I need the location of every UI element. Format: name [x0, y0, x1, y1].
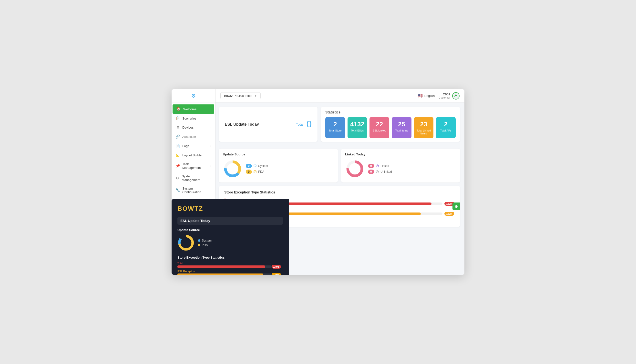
bar-esl-dark-label: ESL Exception [177, 270, 283, 273]
statistics-title: Statistics [325, 110, 456, 114]
sidebar-item-system-management[interactable]: ⚙ System Management › [172, 172, 215, 184]
pda-badge-value: 0 [246, 170, 252, 174]
sidebar-item-scenarios[interactable]: 📋 Scenarios › [172, 114, 215, 123]
user-role: Customer [439, 96, 450, 99]
stat-card-total-store: 2 Total Store [325, 117, 345, 138]
sidebar-gear-icon: ⚙ [191, 93, 196, 99]
stat-card-total-esls: 4132 Total ESLs [348, 117, 367, 138]
stat-card-esl-linked: 22 ESL Linked [369, 117, 389, 138]
stat-num-total-items: 25 [394, 120, 409, 128]
system-badge-value: 0 [246, 164, 252, 168]
welcome-icon: 🏠 [177, 107, 181, 111]
user-id: C001 [439, 92, 450, 96]
update-source-dark-label: Update Source [177, 228, 283, 232]
sidebar-item-layout-builder[interactable]: 📐 Layout Builder › [172, 150, 215, 160]
update-source-donut [223, 159, 242, 178]
pda-legend-text: PDA [258, 170, 264, 174]
store-name: Bowtz Paula's office [224, 94, 252, 98]
stat-label-esl-linked: ESL Linked [372, 129, 387, 132]
stat-label-total-esls: Total ESLs [350, 129, 365, 132]
devices-arrow: › [210, 126, 211, 129]
svg-point-13 [377, 166, 378, 166]
esl-today-label: ESL Update Today [225, 122, 296, 126]
sidebar-item-system-configuration[interactable]: 🔧 System Configuration › [172, 184, 215, 196]
bar-esl-dark: ESL Exception 1495 [177, 270, 283, 275]
sidebar-label-devices: Devices [182, 126, 194, 129]
update-source-title: Update Source [223, 152, 334, 156]
user-avatar[interactable] [452, 92, 459, 100]
sidebar-label-system-management: System Management [182, 174, 208, 182]
svg-text:P: P [254, 171, 256, 173]
stat-num-total-esls: 4132 [350, 120, 365, 128]
settings-fab[interactable]: ⚙ [452, 202, 460, 210]
esl-update-dark-label: ESL Update Today [177, 217, 283, 225]
sidebar-item-welcome[interactable]: 🏠 Welcome [173, 104, 214, 114]
unlinked-legend-text: Unlinked [380, 170, 392, 174]
stat-label-total-store: Total Store [328, 129, 343, 132]
user-info: C001 Customer [439, 92, 459, 100]
pda-badge-row: 0 P PDA [246, 170, 268, 174]
linked-today-title: Linked Today [345, 152, 456, 156]
sidebar-label-scenarios: Scenarios [182, 116, 197, 120]
stat-card-total-linked-items: 23 Total Linked Items [414, 117, 434, 138]
sidebar-label-layout-builder: Layout Builder [182, 154, 203, 157]
sidebar-label-welcome: Welcome [183, 107, 197, 111]
sidebar-item-associate[interactable]: 🔗 Associate [172, 132, 215, 141]
esl-today-total-label: Total [296, 122, 304, 126]
mid-row: Update Source 0 S [219, 148, 460, 182]
sidebar-item-devices[interactable]: 🖥 Devices › [172, 123, 215, 132]
system-management-icon: ⚙ [176, 176, 179, 180]
store-dropdown-icon: ▼ [254, 94, 257, 97]
unlinked-badge-value: 0 [368, 170, 374, 174]
logs-arrow: › [210, 144, 211, 147]
sidebar-item-task-management[interactable]: 📌 Task Management › [172, 160, 215, 172]
sidebar-label-logs: Logs [182, 144, 189, 148]
stat-num-total-store: 2 [328, 120, 343, 128]
donut-chart-dark [177, 234, 195, 251]
sidebar-label-task-management: Task Management [182, 162, 208, 170]
linked-today-donut [345, 159, 365, 178]
update-source-card: Update Source 0 S [219, 148, 338, 182]
esl-today-value: 0 [307, 119, 312, 130]
layout-builder-arrow: › [210, 154, 211, 157]
unlinked-legend-label: Unlinked [376, 170, 392, 174]
svg-text:S: S [254, 166, 256, 167]
bowtz-logo-dark: BOWTZ [177, 205, 283, 212]
linked-today-card: Linked Today 0 [341, 148, 460, 182]
logs-icon: 📄 [176, 144, 180, 148]
sidebar-item-logs[interactable]: 📄 Logs › [172, 141, 215, 150]
bar-esl-dark-value: 1495 [272, 273, 281, 275]
language-label: English [424, 94, 435, 98]
linked-today-donut-area: 0 Linked 0 [345, 159, 456, 178]
language-selector[interactable]: 🇺🇸 English [418, 94, 435, 98]
linked-badge-row: 0 Linked [368, 164, 392, 168]
flag-icon: 🇺🇸 [418, 94, 423, 98]
stat-label-total-aps: Total APs [438, 129, 453, 132]
stat-num-esl-linked: 22 [372, 120, 387, 128]
stat-card-total-items: 25 Total Items [392, 117, 411, 138]
system-badge-row: 0 S System [246, 164, 268, 168]
bar-total-dark-value: 1495 [272, 265, 281, 268]
sidebar-label-system-configuration: System Configuration [182, 187, 208, 194]
linked-badge-value: 0 [368, 164, 374, 168]
dark-overlay-panel: BOWTZ ESL Update Today Update Source Sys… [172, 199, 289, 275]
store-selector[interactable]: Bowtz Paula's office ▼ [220, 92, 261, 99]
layout-builder-icon: 📐 [176, 153, 180, 157]
statistics-section: Statistics 2 Total Store 4132 Total ESLs [321, 107, 460, 142]
devices-icon: 🖥 [176, 126, 180, 130]
system-legend-label: S System [253, 164, 268, 168]
svg-point-0 [179, 236, 193, 249]
system-configuration-arrow: › [210, 189, 211, 192]
scenarios-arrow: › [210, 117, 211, 120]
system-legend-dark: System [202, 239, 212, 242]
system-configuration-icon: 🔧 [176, 188, 180, 192]
scenarios-icon: 📋 [176, 116, 180, 120]
stat-card-total-aps: 2 Total APs [436, 117, 456, 138]
task-management-arrow: › [210, 164, 211, 167]
exception-title: Store Exception Type Statistics [224, 190, 455, 194]
exception-dark-title: Store Exception Type Statistics [177, 256, 283, 259]
pda-legend-label: P PDA [253, 170, 264, 174]
linked-today-legends: 0 Linked 0 [368, 164, 392, 174]
stat-label-total-linked-items: Total Linked Items [416, 129, 431, 135]
stat-num-total-linked-items: 23 [416, 120, 431, 128]
